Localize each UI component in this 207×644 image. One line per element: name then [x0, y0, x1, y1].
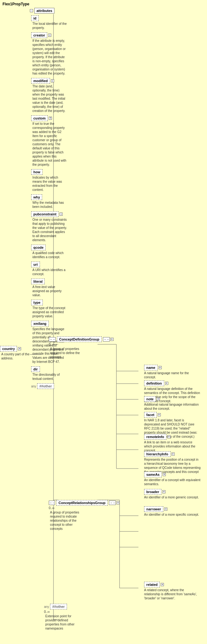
country-expand-icon[interactable]: + [18, 347, 21, 350]
concept-rel-group-row: →→ ConceptRelationshipsGroup →→ + [49, 500, 102, 506]
attr-creator-row: creator i [31, 32, 51, 38]
right-item-sameAs-box: sameAs [144, 472, 162, 477]
right-item-sameAs-desc: An identifier of a concept with equivale… [144, 478, 201, 486]
attr-literal: literal A free-text value assigned as pr… [30, 279, 76, 297]
concept-def-mult: 0..∞ [49, 343, 99, 346]
attr-type-box: type [31, 300, 43, 305]
attr-dir-box: dir [31, 366, 40, 372]
any-label: any [31, 385, 36, 388]
country-row: country + [0, 346, 21, 352]
right-item-broader-box: broader [144, 489, 161, 495]
right-item-definition-box: definition [144, 380, 164, 386]
attr-id-desc: The local identifier of the property. [32, 22, 67, 30]
right-item-name-box: name [144, 365, 158, 370]
right-item-name: name+A natural language name for the con… [144, 365, 201, 379]
attr-pubconstraint-desc: One or many constraints that apply to pu… [32, 218, 67, 242]
right-item-narrower-desc: An identifier of a more specific concept… [144, 513, 199, 517]
right-item-broader-label-row: broader+ [144, 489, 199, 495]
attr-custom-desc: If set to true the corresponding propert… [32, 122, 67, 167]
right-item-broader-desc: An identifier of a more generic concept. [144, 495, 199, 499]
right-item-name-expand-icon[interactable]: + [159, 366, 162, 369]
attr-id-box: id [31, 15, 39, 21]
right-item-remoteInfo-expand-icon[interactable]: + [167, 435, 171, 438]
attr-custom: custom ? If set to true the correspondin… [30, 115, 76, 167]
attr-xmllang-box: xmllang [31, 321, 49, 326]
right-item-remoteInfo-box: remoteInfo [144, 434, 166, 440]
right-item-definition-expand-icon[interactable]: + [165, 382, 168, 385]
country-section: country + A country part of the address. [0, 346, 35, 360]
attr-modified-expand[interactable]: i [51, 79, 54, 82]
any-other-bottom-desc: Extension point for provider-defined pro… [45, 614, 80, 630]
attr-pubconstraint-box: pubconstraint [31, 211, 59, 217]
attr-uri: uri A URI which identifies a concept. [30, 262, 76, 276]
concept-rel-arrow-box: →→ [49, 501, 55, 505]
attr-qcode-desc: A qualified code which identifies a conc… [32, 251, 67, 259]
attr-pubconstraint-row: pubconstraint i [31, 211, 63, 217]
concept-def-group-row: →→ ConceptDefinitionGroup →→ + [49, 336, 99, 342]
right-item-related-expand-icon[interactable]: + [161, 583, 164, 586]
right-item-narrower-expand-icon[interactable]: + [164, 508, 167, 511]
attr-pubconstraint: pubconstraint i One or many constraints … [30, 211, 76, 242]
attr-custom-expand[interactable]: ? [49, 117, 52, 120]
attr-qcode-box: qcode [31, 245, 46, 250]
main-container: Flex1PropType - attributes id The local … [0, 0, 207, 644]
attr-why-box: why [31, 194, 42, 200]
attributes-expand-icon[interactable]: - [30, 9, 33, 12]
attr-creator-expand[interactable]: i [48, 34, 51, 37]
right-item-hierarchyInfo-box: hierarchyInfo [144, 451, 171, 457]
any-other-bottom-section: any ##other 0..∞ Extension point for pro… [44, 604, 94, 630]
right-item-hierarchyInfo: hierarchyInfo+Represents the position of… [144, 451, 201, 474]
attr-how-box: how [31, 169, 42, 175]
concept-def-connectors: →→ [49, 337, 56, 341]
attr-creator: creator i If the attribute is empty, spe… [30, 32, 76, 75]
right-item-note-expand-icon[interactable]: + [157, 397, 160, 401]
any-other-bottom-mult: 0..∞ [44, 610, 94, 613]
right-item-hierarchyInfo-expand-icon[interactable]: + [171, 452, 175, 456]
concept-rel-arrow-right: →→ [109, 501, 116, 505]
attributes-section: - attributes id The local identifier of … [30, 8, 76, 391]
concept-def-arrow-right: →→ [103, 337, 110, 341]
concept-def-group-section: →→ ConceptDefinitionGroup →→ + 0..∞ A gr… [49, 336, 99, 359]
attr-modified: modified i The date (and, optionally, th… [30, 78, 76, 113]
attr-type-desc: The type of the concept assigned as cont… [32, 306, 67, 318]
concept-def-group-box: ConceptDefinitionGroup [57, 336, 102, 342]
attr-qcode: qcode A qualified code which identifies … [30, 245, 76, 259]
concept-rel-group-section: →→ ConceptRelationshipsGroup →→ + 0..∞ A… [49, 500, 102, 531]
right-item-sameAs-expand-icon[interactable]: + [163, 473, 166, 476]
concept-def-expand[interactable]: + [110, 338, 114, 341]
attr-literal-desc: A free-text value assigned as property v… [32, 285, 67, 297]
attr-id: id The local identifier of the property. [30, 15, 76, 30]
attr-pubconstraint-expand[interactable]: i [59, 213, 63, 216]
right-item-facet-label-row: facet+ [144, 412, 201, 418]
attr-custom-box: custom [31, 115, 48, 121]
attr-dir-desc: The directionality of textual content. [32, 373, 67, 381]
country-desc: A country part of the address. [1, 352, 35, 360]
right-item-facet-box: facet [144, 412, 157, 418]
concept-rel-desc: A group of properties required to indica… [50, 510, 85, 531]
any-other-bottom-row: any ##other [44, 604, 94, 609]
right-item-related-desc: A related concept, where the relationshi… [144, 588, 201, 600]
right-item-broader: broader+An identifier of a more generic … [144, 489, 199, 499]
attr-how: how Indicates by which means the value w… [30, 169, 76, 192]
attr-any-other: any ##other [30, 383, 76, 389]
attr-custom-row: custom ? [31, 115, 52, 121]
right-item-note-box: note [144, 396, 156, 402]
right-item-name-desc: A natural language name for the concept. [144, 371, 201, 379]
right-item-facet-expand-icon[interactable]: + [158, 413, 161, 416]
any-other-bottom-any-label: any [44, 605, 49, 608]
concept-rel-expand[interactable]: + [116, 501, 120, 504]
attr-type: type The type of the concept assigned as… [30, 300, 76, 318]
attr-why-desc: Why the metadata has been included. [32, 201, 67, 209]
attributes-header: - attributes [30, 8, 76, 14]
attr-literal-box: literal [31, 279, 45, 284]
attr-why: why Why the metadata has been included. [30, 194, 76, 209]
attr-modified-box: modified [31, 78, 50, 84]
right-item-name-label-row: name+ [144, 365, 201, 370]
right-item-broader-expand-icon[interactable]: + [162, 490, 165, 493]
attr-xmllang-row: xmllang [31, 321, 49, 326]
right-item-remoteInfo: remoteInfo+A link to an item or a web re… [144, 434, 201, 452]
right-item-related-label-row: related+ [144, 582, 201, 587]
attributes-box: attributes [34, 8, 54, 14]
right-item-sameAs: sameAs+An identifier of a concept with e… [144, 472, 201, 486]
attr-any-other-box: ##other [37, 383, 54, 389]
